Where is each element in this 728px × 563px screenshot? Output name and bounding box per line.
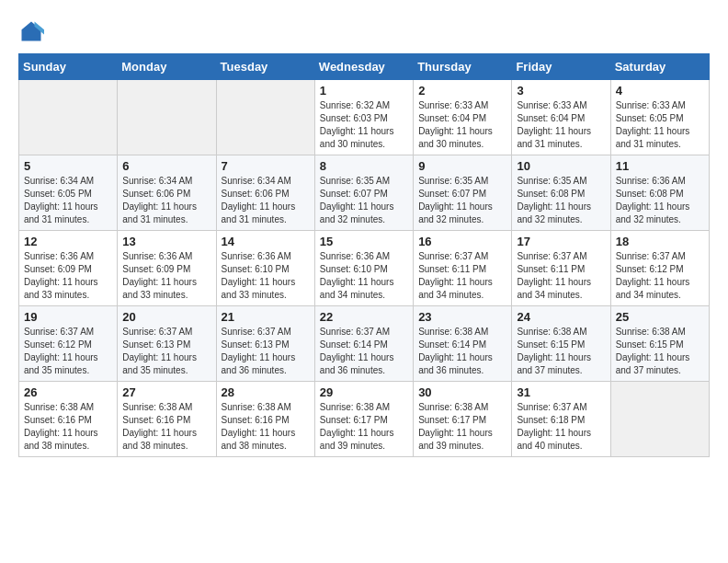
calendar-day-cell: 25Sunrise: 6:38 AM Sunset: 6:15 PM Dayli…	[610, 306, 709, 382]
calendar-day-cell: 13Sunrise: 6:36 AM Sunset: 6:09 PM Dayli…	[118, 231, 216, 306]
day-number: 20	[122, 310, 210, 324]
calendar-day-cell: 10Sunrise: 6:35 AM Sunset: 6:08 PM Dayli…	[512, 155, 610, 231]
day-number: 6	[122, 159, 210, 173]
calendar-day-cell: 11Sunrise: 6:36 AM Sunset: 6:08 PM Dayli…	[610, 155, 709, 231]
day-number: 3	[517, 84, 605, 98]
weekday-header-row: SundayMondayTuesdayWednesdayThursdayFrid…	[19, 54, 710, 80]
weekday-header: Monday	[118, 54, 216, 80]
day-info: Sunrise: 6:37 AM Sunset: 6:11 PM Dayligh…	[418, 250, 506, 302]
day-info: Sunrise: 6:37 AM Sunset: 6:12 PM Dayligh…	[24, 326, 112, 377]
weekday-header: Thursday	[414, 54, 512, 80]
day-number: 21	[222, 310, 310, 324]
day-info: Sunrise: 6:37 AM Sunset: 6:13 PM Dayligh…	[222, 326, 310, 377]
day-info: Sunrise: 6:35 AM Sunset: 6:07 PM Dayligh…	[320, 175, 408, 226]
day-number: 25	[616, 310, 704, 324]
calendar-day-cell: 15Sunrise: 6:36 AM Sunset: 6:10 PM Dayli…	[314, 231, 413, 306]
calendar-day-cell: 9Sunrise: 6:35 AM Sunset: 6:07 PM Daylig…	[414, 155, 512, 231]
day-number: 23	[418, 310, 506, 324]
day-info: Sunrise: 6:38 AM Sunset: 6:16 PM Dayligh…	[222, 401, 310, 453]
calendar-week-row: 19Sunrise: 6:37 AM Sunset: 6:12 PM Dayli…	[19, 306, 710, 382]
day-info: Sunrise: 6:38 AM Sunset: 6:15 PM Dayligh…	[616, 326, 704, 377]
day-number: 27	[122, 385, 210, 399]
calendar-day-cell: 8Sunrise: 6:35 AM Sunset: 6:07 PM Daylig…	[314, 155, 413, 231]
calendar-day-cell: 7Sunrise: 6:34 AM Sunset: 6:06 PM Daylig…	[216, 155, 314, 231]
day-number: 28	[222, 385, 310, 399]
calendar-day-cell: 5Sunrise: 6:34 AM Sunset: 6:05 PM Daylig…	[19, 155, 118, 231]
calendar-day-cell: 2Sunrise: 6:33 AM Sunset: 6:04 PM Daylig…	[414, 80, 512, 155]
day-info: Sunrise: 6:36 AM Sunset: 6:08 PM Dayligh…	[616, 175, 704, 226]
day-number: 1	[320, 84, 408, 98]
day-info: Sunrise: 6:33 AM Sunset: 6:04 PM Dayligh…	[517, 99, 605, 151]
weekday-header: Saturday	[610, 54, 709, 80]
logo-icon	[18, 18, 44, 44]
day-number: 11	[616, 159, 704, 173]
calendar-day-cell: 22Sunrise: 6:37 AM Sunset: 6:14 PM Dayli…	[314, 306, 413, 382]
calendar-day-cell: 18Sunrise: 6:37 AM Sunset: 6:12 PM Dayli…	[610, 231, 709, 306]
day-info: Sunrise: 6:33 AM Sunset: 6:05 PM Dayligh…	[616, 99, 704, 151]
day-info: Sunrise: 6:34 AM Sunset: 6:06 PM Dayligh…	[222, 175, 310, 226]
day-number: 2	[418, 84, 506, 98]
calendar-day-cell: 19Sunrise: 6:37 AM Sunset: 6:12 PM Dayli…	[19, 306, 118, 382]
day-info: Sunrise: 6:38 AM Sunset: 6:14 PM Dayligh…	[418, 326, 506, 377]
day-info: Sunrise: 6:36 AM Sunset: 6:10 PM Dayligh…	[320, 250, 408, 302]
day-info: Sunrise: 6:34 AM Sunset: 6:06 PM Dayligh…	[122, 175, 210, 226]
calendar-week-row: 5Sunrise: 6:34 AM Sunset: 6:05 PM Daylig…	[19, 155, 710, 231]
day-number: 9	[418, 159, 506, 173]
day-number: 31	[517, 385, 605, 399]
day-number: 10	[517, 159, 605, 173]
day-info: Sunrise: 6:32 AM Sunset: 6:03 PM Dayligh…	[320, 99, 408, 151]
page-header	[18, 18, 710, 44]
day-info: Sunrise: 6:38 AM Sunset: 6:17 PM Dayligh…	[418, 401, 506, 453]
calendar-day-cell: 24Sunrise: 6:38 AM Sunset: 6:15 PM Dayli…	[512, 306, 610, 382]
calendar-day-cell: 12Sunrise: 6:36 AM Sunset: 6:09 PM Dayli…	[19, 231, 118, 306]
day-info: Sunrise: 6:37 AM Sunset: 6:12 PM Dayligh…	[616, 250, 704, 302]
calendar-day-cell: 4Sunrise: 6:33 AM Sunset: 6:05 PM Daylig…	[610, 80, 709, 155]
day-number: 17	[517, 235, 605, 248]
calendar-day-cell: 29Sunrise: 6:38 AM Sunset: 6:17 PM Dayli…	[314, 382, 413, 457]
calendar-day-cell: 17Sunrise: 6:37 AM Sunset: 6:11 PM Dayli…	[512, 231, 610, 306]
day-info: Sunrise: 6:37 AM Sunset: 6:13 PM Dayligh…	[122, 326, 210, 377]
day-info: Sunrise: 6:34 AM Sunset: 6:05 PM Dayligh…	[24, 175, 112, 226]
day-info: Sunrise: 6:38 AM Sunset: 6:16 PM Dayligh…	[122, 401, 210, 453]
calendar-day-cell: 31Sunrise: 6:37 AM Sunset: 6:18 PM Dayli…	[512, 382, 610, 457]
day-number: 18	[616, 235, 704, 248]
calendar-day-cell	[610, 382, 709, 457]
calendar-day-cell	[216, 80, 314, 155]
day-info: Sunrise: 6:38 AM Sunset: 6:15 PM Dayligh…	[517, 326, 605, 377]
weekday-header: Sunday	[19, 54, 118, 80]
day-info: Sunrise: 6:35 AM Sunset: 6:07 PM Dayligh…	[418, 175, 506, 226]
calendar-week-row: 1Sunrise: 6:32 AM Sunset: 6:03 PM Daylig…	[19, 80, 710, 155]
day-number: 8	[320, 159, 408, 173]
day-number: 29	[320, 385, 408, 399]
day-info: Sunrise: 6:37 AM Sunset: 6:18 PM Dayligh…	[517, 401, 605, 453]
svg-marker-0	[22, 22, 41, 41]
calendar-day-cell: 16Sunrise: 6:37 AM Sunset: 6:11 PM Dayli…	[414, 231, 512, 306]
calendar-day-cell: 23Sunrise: 6:38 AM Sunset: 6:14 PM Dayli…	[414, 306, 512, 382]
day-number: 14	[222, 235, 310, 248]
calendar-day-cell: 30Sunrise: 6:38 AM Sunset: 6:17 PM Dayli…	[414, 382, 512, 457]
calendar-day-cell: 26Sunrise: 6:38 AM Sunset: 6:16 PM Dayli…	[19, 382, 118, 457]
day-number: 19	[24, 310, 112, 324]
day-number: 30	[418, 385, 506, 399]
weekday-header: Wednesday	[314, 54, 413, 80]
calendar-day-cell: 27Sunrise: 6:38 AM Sunset: 6:16 PM Dayli…	[118, 382, 216, 457]
calendar-day-cell: 14Sunrise: 6:36 AM Sunset: 6:10 PM Dayli…	[216, 231, 314, 306]
day-number: 24	[517, 310, 605, 324]
day-number: 7	[222, 159, 310, 173]
calendar-week-row: 26Sunrise: 6:38 AM Sunset: 6:16 PM Dayli…	[19, 382, 710, 457]
day-info: Sunrise: 6:36 AM Sunset: 6:09 PM Dayligh…	[24, 250, 112, 302]
day-info: Sunrise: 6:38 AM Sunset: 6:17 PM Dayligh…	[320, 401, 408, 453]
day-info: Sunrise: 6:37 AM Sunset: 6:11 PM Dayligh…	[517, 250, 605, 302]
day-number: 26	[24, 385, 112, 399]
weekday-header: Tuesday	[216, 54, 314, 80]
day-number: 13	[122, 235, 210, 248]
day-number: 12	[24, 235, 112, 248]
calendar-day-cell: 20Sunrise: 6:37 AM Sunset: 6:13 PM Dayli…	[118, 306, 216, 382]
calendar-day-cell: 21Sunrise: 6:37 AM Sunset: 6:13 PM Dayli…	[216, 306, 314, 382]
calendar-day-cell	[19, 80, 118, 155]
calendar-table: SundayMondayTuesdayWednesdayThursdayFrid…	[18, 53, 710, 457]
day-number: 16	[418, 235, 506, 248]
calendar-day-cell	[118, 80, 216, 155]
calendar-day-cell: 28Sunrise: 6:38 AM Sunset: 6:16 PM Dayli…	[216, 382, 314, 457]
calendar-week-row: 12Sunrise: 6:36 AM Sunset: 6:09 PM Dayli…	[19, 231, 710, 306]
